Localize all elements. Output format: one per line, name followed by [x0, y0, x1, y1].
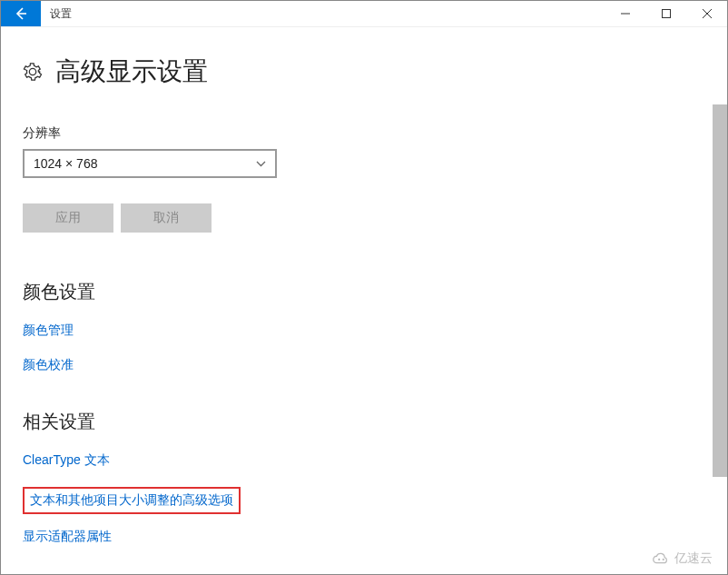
cloud-icon [651, 550, 671, 567]
link-cleartype[interactable]: ClearType 文本 [23, 452, 705, 469]
watermark-text: 亿速云 [674, 550, 713, 567]
cancel-button[interactable]: 取消 [121, 203, 212, 233]
link-text-size-advanced[interactable]: 文本和其他项目大小调整的高级选项 [30, 492, 233, 509]
close-icon [703, 9, 712, 18]
page-heading-row: 高级显示设置 [23, 55, 705, 89]
watermark: 亿速云 [651, 550, 713, 567]
minimize-button[interactable] [605, 1, 645, 26]
arrow-left-icon [14, 6, 28, 21]
link-color-manage[interactable]: 颜色管理 [23, 322, 705, 339]
button-row: 应用 取消 [23, 203, 705, 233]
gear-icon [23, 62, 43, 82]
resolution-value: 1024 × 768 [34, 156, 97, 171]
resolution-label: 分辨率 [23, 125, 705, 142]
apply-button[interactable]: 应用 [23, 203, 113, 233]
resolution-dropdown[interactable]: 1024 × 768 [23, 149, 277, 178]
window-title: 设置 [41, 1, 81, 26]
content-area: 高级显示设置 分辨率 1024 × 768 应用 取消 颜色设置 颜色管理 颜色… [1, 27, 727, 574]
color-section-heading: 颜色设置 [23, 280, 705, 304]
back-button[interactable] [1, 1, 41, 26]
maximize-button[interactable] [645, 1, 686, 26]
svg-point-6 [663, 559, 664, 560]
svg-rect-2 [662, 10, 670, 18]
titlebar-spacer [81, 1, 605, 26]
page-title: 高级显示设置 [55, 55, 208, 89]
svg-point-5 [658, 559, 660, 560]
close-button[interactable] [686, 1, 727, 26]
link-color-calibrate[interactable]: 颜色校准 [23, 357, 705, 373]
minimize-icon [621, 9, 630, 18]
maximize-icon [662, 9, 671, 18]
link-adapter-properties[interactable]: 显示适配器属性 [23, 529, 705, 545]
title-bar: 设置 [1, 1, 727, 27]
related-section-heading: 相关设置 [23, 410, 705, 434]
highlighted-link-box: 文本和其他项目大小调整的高级选项 [23, 487, 241, 514]
chevron-down-icon [256, 158, 266, 169]
scrollbar-thumb[interactable] [713, 104, 727, 477]
